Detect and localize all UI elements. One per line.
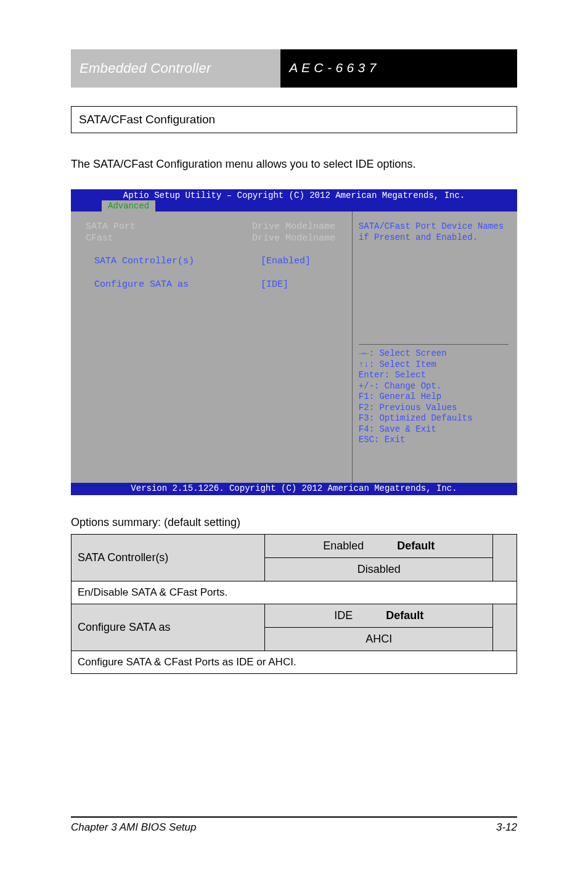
bios-key-legend-item: +/-: Change Opt. [359,381,508,392]
options-summary-label: Options summary: (default setting) [71,516,517,529]
bios-key-legend-item: F1: General Help [359,392,508,403]
bios-setting-value: Drive Modelname [252,233,335,244]
page-footer: Chapter 3 AMI BIOS Setup 3-12 [71,816,517,834]
bios-key-legend: →←: Select Screen↑↓: Select ItemEnter: S… [359,348,508,446]
setting-blank [493,604,517,651]
bios-setting-label: Configure SATA as [94,279,261,290]
bios-setting-label: SATA Controller(s) [94,256,261,266]
bios-tab-row: Advanced [71,200,517,212]
bios-key-legend-item: F4: Save & Exit [359,424,508,435]
header-right-title: A E C - 6 6 3 7 [280,49,517,88]
setting-option: Enabled Default [265,535,493,558]
footer-chapter: Chapter 3 AMI BIOS Setup [71,821,196,834]
page-footer-rule [71,816,517,818]
setting-name: Configure SATA as [71,604,265,651]
bios-title-bar: Aptio Setup Utility – Copyright (C) 2012… [71,189,517,200]
bios-setting-label [86,245,252,255]
bios-setting-row: Configure SATA as [IDE] [86,279,346,291]
bios-setting-label [86,268,252,278]
bios-help-pane: SATA/CFast Port Device Names if Present … [353,212,517,483]
bios-key-legend-item: F3: Optimized Defaults [359,413,508,424]
setting-option: AHCI [265,628,493,651]
bios-setting-value: [Enabled] [261,256,311,266]
setting-name: SATA Controller(s) [71,535,265,581]
section-box-title: SATA/CFast Configuration [71,106,517,133]
bios-setting-row [86,245,346,257]
section-intro: The SATA/CFast Configuration menu allows… [71,158,517,171]
bios-active-tab: Advanced [102,200,155,212]
setting-description: En/Disable SATA & CFast Ports. [71,581,517,604]
settings-row: SATA Controller(s)Enabled Default [71,535,517,558]
bios-setting-row: SATA Controller(s) [Enabled] [86,256,346,268]
setting-blank [493,535,517,581]
setting-option: IDE Default [265,604,493,628]
bios-setting-row [86,268,346,279]
bios-setting-row: SATA Port Drive Modelname [86,221,346,233]
bios-help-divider [359,344,508,345]
bios-key-legend-item: ↑↓: Select Item [359,359,508,371]
bios-settings-pane: SATA Port Drive ModelnameCFast Drive Mod… [71,212,353,483]
bios-setting-value: [IDE] [261,279,288,290]
bios-footer-bar: Version 2.15.1226. Copyright (C) 2012 Am… [71,483,517,495]
page-header: Embedded Controller A E C - 6 6 3 7 [71,49,517,88]
header-left-title: Embedded Controller [71,49,280,88]
settings-row: Configure SATA asIDE Default [71,604,517,628]
bios-key-legend-item: ESC: Exit [359,435,508,446]
bios-setting-row: CFast Drive Modelname [86,233,346,245]
bios-key-legend-item: Enter: Select [359,370,508,381]
bios-setting-label: SATA Port [86,221,252,232]
bios-screenshot: Aptio Setup Utility – Copyright (C) 2012… [71,189,517,495]
settings-description-row: Configure SATA & CFast Ports as IDE or A… [71,651,517,674]
bios-setting-value: Drive Modelname [252,221,335,232]
bios-key-legend-item: F2: Previous Values [359,403,508,414]
setting-description: Configure SATA & CFast Ports as IDE or A… [71,651,517,674]
bios-setting-label: CFast [86,233,252,244]
setting-option: Disabled [265,558,493,581]
footer-page-number: 3-12 [496,821,517,834]
bios-help-text: SATA/CFast Port Device Names if Present … [359,221,508,243]
settings-table: SATA Controller(s)Enabled DefaultDisable… [71,534,517,674]
bios-key-legend-item: →←: Select Screen [359,348,508,359]
settings-description-row: En/Disable SATA & CFast Ports. [71,581,517,604]
